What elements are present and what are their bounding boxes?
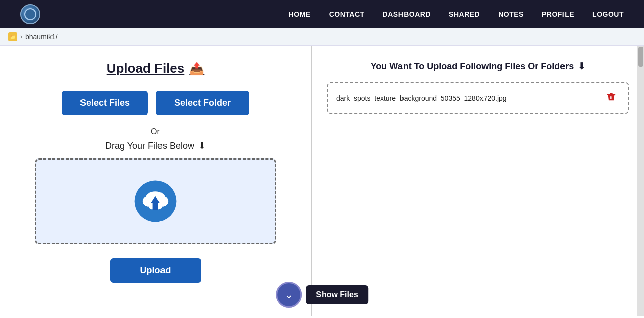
trash-icon bbox=[606, 91, 617, 102]
upload-queue-title: You Want To Upload Following Files Or Fo… bbox=[327, 61, 629, 72]
logo-inner bbox=[24, 8, 36, 20]
upload-title-text: Upload Files bbox=[107, 61, 185, 76]
nav-notes[interactable]: NOTES bbox=[498, 10, 524, 18]
nav-logout[interactable]: LOGOUT bbox=[592, 10, 624, 18]
main-nav: HOME CONTACT DASHBOARD SHARED NOTES PROF… bbox=[289, 10, 624, 18]
bottom-bar: ⌄ Show Files bbox=[276, 282, 368, 308]
svg-rect-12 bbox=[611, 96, 612, 99]
drop-zone[interactable] bbox=[35, 158, 276, 244]
svg-rect-9 bbox=[607, 94, 616, 95]
upload-title-icon: 📤 bbox=[189, 62, 204, 76]
right-panel: You Want To Upload Following Files Or Fo… bbox=[312, 46, 644, 316]
breadcrumb-folder-icon: 📁 bbox=[8, 32, 17, 41]
cloud-upload-icon bbox=[133, 179, 178, 224]
breadcrumb: 📁 › bhaumik1/ bbox=[0, 28, 644, 46]
file-item: dark_spots_texture_background_50355_1280… bbox=[327, 82, 629, 114]
svg-rect-11 bbox=[610, 96, 611, 99]
nav-profile[interactable]: PROFILE bbox=[542, 10, 574, 18]
nav-home[interactable]: HOME bbox=[289, 10, 311, 18]
drag-label: Drag Your Files Below ⬇ bbox=[105, 140, 206, 151]
drag-label-text: Drag Your Files Below bbox=[105, 141, 194, 151]
scrollbar-thumb bbox=[638, 47, 643, 67]
delete-file-button[interactable] bbox=[603, 90, 620, 106]
main-content: Upload Files 📤 Select Files Select Folde… bbox=[0, 46, 644, 316]
breadcrumb-chevron-icon: › bbox=[20, 33, 22, 40]
show-files-button[interactable]: Show Files bbox=[306, 285, 368, 304]
chevron-down-icon: ⌄ bbox=[284, 288, 293, 301]
nav-contact[interactable]: CONTACT bbox=[329, 10, 365, 18]
select-files-button[interactable]: Select Files bbox=[62, 91, 148, 115]
chevron-down-button[interactable]: ⌄ bbox=[276, 282, 302, 308]
scrollbar[interactable] bbox=[637, 46, 644, 316]
upload-queue-title-text: You Want To Upload Following Files Or Fo… bbox=[371, 61, 574, 72]
header: HOME CONTACT DASHBOARD SHARED NOTES PROF… bbox=[0, 0, 644, 28]
svg-rect-7 bbox=[153, 202, 158, 210]
or-divider: Or bbox=[151, 127, 160, 136]
breadcrumb-path: bhaumik1/ bbox=[25, 33, 58, 41]
file-select-buttons: Select Files Select Folder bbox=[62, 91, 249, 115]
drag-down-arrow-icon: ⬇ bbox=[198, 140, 206, 151]
nav-dashboard[interactable]: DASHBOARD bbox=[383, 10, 431, 18]
upload-queue-arrow-icon: ⬇ bbox=[578, 61, 585, 72]
upload-title: Upload Files 📤 bbox=[107, 61, 205, 76]
logo[interactable] bbox=[20, 4, 40, 24]
select-folder-button[interactable]: Select Folder bbox=[156, 91, 249, 115]
upload-button[interactable]: Upload bbox=[110, 258, 201, 283]
svg-rect-10 bbox=[610, 93, 613, 94]
nav-shared[interactable]: SHARED bbox=[449, 10, 480, 18]
file-name: dark_spots_texture_background_50355_1280… bbox=[336, 94, 507, 102]
file-list: dark_spots_texture_background_50355_1280… bbox=[327, 82, 629, 114]
left-panel: Upload Files 📤 Select Files Select Folde… bbox=[0, 46, 312, 316]
